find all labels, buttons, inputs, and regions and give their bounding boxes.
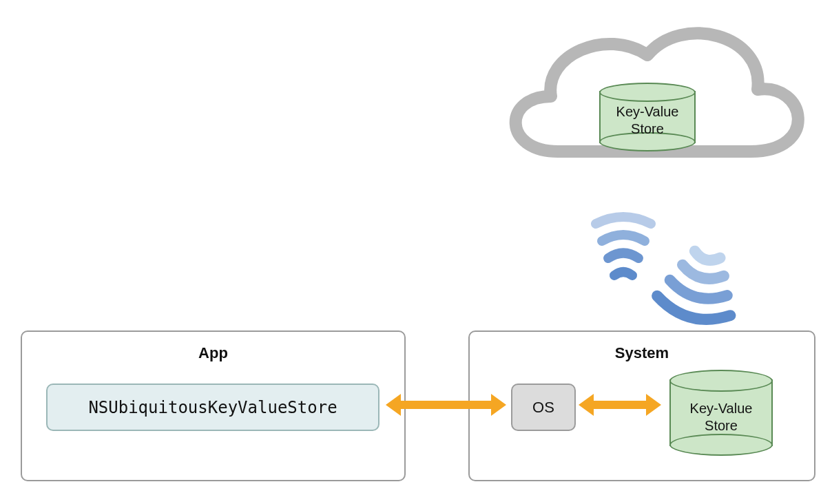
kv-api-label: NSUbiquitousKeyValueStore [88, 398, 337, 417]
system-title: System [470, 344, 814, 362]
cloud-kv-label-2: Store [631, 121, 664, 136]
os-label: OS [532, 399, 554, 417]
cloud-kv-label-1: Key-Value [616, 104, 679, 119]
os-box: OS [511, 384, 576, 431]
cloud-kv-store: Key-Value Store [599, 83, 696, 151]
system-kv-label-2: Store [705, 418, 738, 433]
system-kv-store: Key-Value Store [669, 370, 773, 456]
system-kv-label-1: Key-Value [690, 401, 753, 416]
kv-api-class: NSUbiquitousKeyValueStore [46, 384, 379, 431]
arrow-app-system [386, 394, 506, 416]
wireless-up-icon [585, 207, 661, 289]
arrow-os-kvstore [579, 394, 661, 416]
app-container: App NSUbiquitousKeyValueStore [21, 330, 406, 481]
app-title: App [22, 344, 404, 362]
cloud-icon: Key-Value Store [475, 7, 813, 200]
